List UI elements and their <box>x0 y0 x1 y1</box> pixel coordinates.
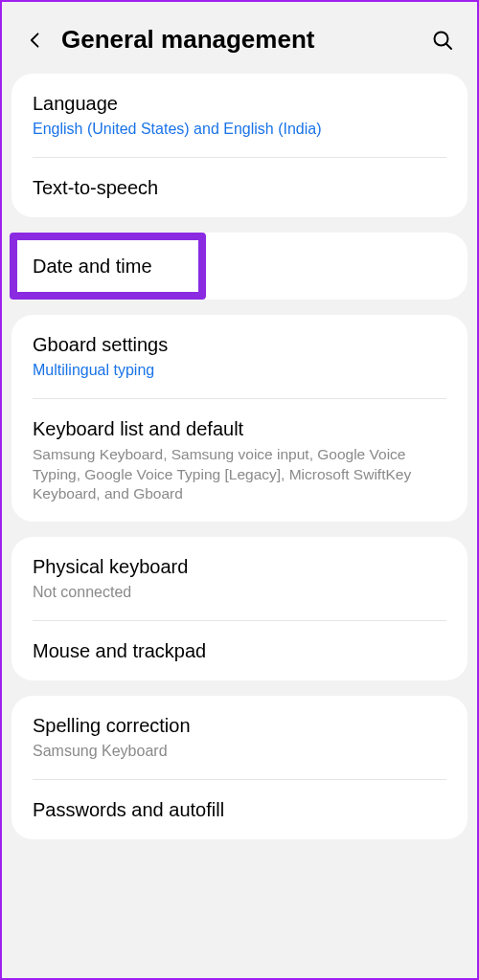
setting-title: Gboard settings <box>33 332 446 357</box>
settings-card: Gboard settings Multilingual typing Keyb… <box>11 315 468 523</box>
settings-card: Physical keyboard Not connected Mouse an… <box>11 537 468 680</box>
setting-subtitle: Samsung Keyboard <box>33 742 446 762</box>
settings-card: Date and time <box>11 233 468 300</box>
setting-subtitle: Samsung Keyboard, Samsung voice input, G… <box>33 445 446 505</box>
settings-card: Spelling correction Samsung Keyboard Pas… <box>11 696 468 839</box>
setting-physical-keyboard[interactable]: Physical keyboard Not connected <box>11 537 468 620</box>
settings-screen: General management Language English (Uni… <box>2 2 477 978</box>
setting-gboard[interactable]: Gboard settings Multilingual typing <box>11 315 468 398</box>
setting-title: Keyboard list and default <box>33 416 446 441</box>
setting-mouse-trackpad[interactable]: Mouse and trackpad <box>11 621 468 680</box>
header: General management <box>2 2 477 74</box>
setting-subtitle: English (United States) and English (Ind… <box>33 120 446 140</box>
setting-title: Passwords and autofill <box>33 797 446 822</box>
setting-passwords-autofill[interactable]: Passwords and autofill <box>11 780 468 839</box>
setting-text-to-speech[interactable]: Text-to-speech <box>11 158 468 217</box>
back-icon[interactable] <box>25 30 46 51</box>
setting-keyboard-list[interactable]: Keyboard list and default Samsung Keyboa… <box>11 399 468 523</box>
setting-subtitle: Not connected <box>33 583 446 603</box>
setting-title: Date and time <box>33 254 183 278</box>
setting-date-and-time[interactable]: Date and time <box>10 233 206 300</box>
setting-title: Mouse and trackpad <box>33 638 446 663</box>
settings-card: Language English (United States) and Eng… <box>11 74 468 217</box>
svg-line-1 <box>446 43 452 49</box>
setting-language[interactable]: Language English (United States) and Eng… <box>11 74 468 157</box>
search-icon[interactable] <box>431 29 454 52</box>
setting-title: Physical keyboard <box>33 554 446 579</box>
page-title: General management <box>61 25 416 55</box>
setting-title: Language <box>33 91 446 116</box>
setting-subtitle: Multilingual typing <box>33 361 446 381</box>
setting-title: Spelling correction <box>33 713 446 738</box>
setting-title: Text-to-speech <box>33 175 446 200</box>
setting-spelling-correction[interactable]: Spelling correction Samsung Keyboard <box>11 696 468 779</box>
